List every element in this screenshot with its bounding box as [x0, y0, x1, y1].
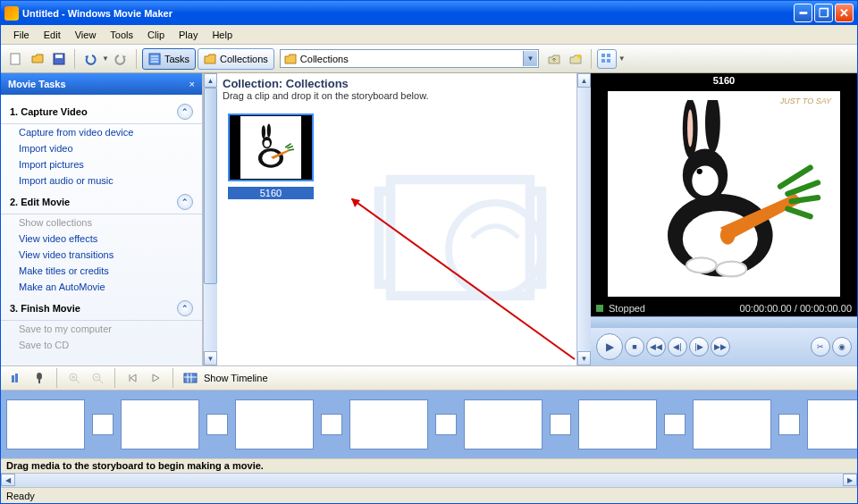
menu-clip[interactable]: Clip [140, 28, 172, 42]
split-button[interactable]: ✂ [811, 337, 830, 357]
storyboard-slot[interactable] [693, 399, 771, 449]
new-folder-button[interactable] [566, 49, 585, 69]
task-section-finish[interactable]: 3. Finish Movie ⌃ [1, 295, 202, 321]
scroll-down-icon[interactable]: ▼ [204, 351, 217, 365]
scroll-down-icon[interactable]: ▼ [577, 351, 591, 365]
storyboard-slot[interactable] [578, 399, 657, 449]
step-back-button[interactable]: ◀| [668, 337, 687, 357]
save-button[interactable] [49, 49, 69, 69]
storyboard-slot[interactable] [235, 399, 314, 449]
collections-toggle-label: Collections [220, 54, 268, 64]
zoom-out-button[interactable] [88, 368, 107, 388]
menu-edit[interactable]: Edit [37, 28, 68, 42]
storyboard-slot[interactable] [121, 399, 199, 449]
up-folder-button[interactable] [544, 49, 564, 69]
scroll-up-icon[interactable]: ▲ [577, 73, 591, 88]
transition-slot[interactable] [664, 414, 686, 435]
storyboard-slot[interactable] [807, 399, 857, 449]
audio-level-button[interactable] [6, 368, 26, 388]
step-fwd-button[interactable]: |▶ [689, 337, 709, 357]
task-section-capture[interactable]: 1. Capture Video ⌃ [1, 98, 202, 124]
prev-button[interactable]: ◀◀ [646, 337, 666, 357]
task-titles-credits[interactable]: Make titles or credits [1, 263, 202, 279]
svg-point-33 [37, 373, 42, 380]
undo-dropdown[interactable]: ▼ [102, 55, 109, 63]
scroll-track[interactable] [204, 284, 217, 351]
task-section-edit[interactable]: 2. Edit Movie ⌃ [1, 189, 202, 214]
clip-thumbnail[interactable] [228, 113, 314, 181]
tasks-pane-close-icon[interactable]: × [189, 79, 195, 89]
collapse-icon[interactable]: ⌃ [177, 194, 193, 210]
task-import-pictures[interactable]: Import pictures [1, 156, 202, 172]
narrate-button[interactable] [29, 368, 49, 388]
clip-label[interactable]: 5160 [228, 187, 314, 199]
menu-view[interactable]: View [68, 28, 104, 42]
task-import-video[interactable]: Import video [1, 140, 202, 156]
menu-help[interactable]: Help [205, 28, 240, 42]
transition-slot[interactable] [550, 414, 571, 435]
stop-button[interactable]: ■ [625, 337, 644, 357]
menu-play[interactable]: Play [172, 28, 205, 42]
task-automovie[interactable]: Make an AutoMovie [1, 279, 202, 295]
storyboard-slot[interactable] [349, 399, 428, 449]
storyboard-h-scrollbar[interactable]: ◀ ▶ [1, 473, 857, 487]
task-section-label: 3. Finish Movie [10, 303, 80, 314]
next-button[interactable]: ▶▶ [711, 337, 730, 357]
transition-slot[interactable] [435, 414, 457, 435]
main-area: Movie Tasks × 1. Capture Video ⌃ Capture… [1, 73, 857, 365]
transition-slot[interactable] [206, 414, 228, 435]
view-mode-button[interactable] [597, 49, 617, 69]
storyboard-slot[interactable] [464, 399, 543, 449]
transition-slot[interactable] [321, 414, 342, 435]
svg-point-29 [686, 258, 717, 273]
collections-toggle[interactable]: Collections [198, 48, 274, 70]
new-project-button[interactable] [6, 49, 26, 69]
maximize-button[interactable]: ❐ [814, 4, 833, 22]
storyboard-strip[interactable] [1, 391, 857, 458]
collections-combo[interactable]: Collections ▼ [280, 49, 539, 68]
tasks-toggle[interactable]: Tasks [142, 48, 196, 70]
status-text: Ready [6, 491, 35, 501]
zoom-in-button[interactable] [64, 368, 84, 388]
scroll-thumb[interactable] [204, 88, 217, 284]
toolbar-separator [172, 368, 173, 388]
minimize-button[interactable]: ━ [794, 4, 812, 22]
play-button[interactable]: ▶ [596, 333, 623, 360]
scroll-track[interactable] [15, 474, 843, 487]
task-save-computer: Save to my computer [1, 321, 202, 337]
task-video-transitions[interactable]: View video transitions [1, 247, 202, 263]
storyboard-slot[interactable] [6, 399, 85, 449]
play-storyboard-button[interactable] [146, 368, 165, 388]
open-button[interactable] [28, 49, 47, 69]
collection-content[interactable]: Collection: Collections Drag a clip and … [217, 73, 576, 365]
rewind-button[interactable] [122, 368, 142, 388]
preview-status-text: Stopped [609, 303, 645, 314]
svg-point-15 [264, 140, 269, 147]
undo-button[interactable] [80, 49, 100, 69]
transition-slot[interactable] [778, 414, 800, 435]
view-mode-dropdown[interactable]: ▼ [618, 55, 626, 63]
svg-rect-43 [184, 374, 197, 382]
task-video-effects[interactable]: View video effects [1, 231, 202, 247]
transition-slot[interactable] [92, 414, 114, 435]
svg-rect-31 [12, 375, 14, 382]
collection-scrollbar[interactable]: ▲ ▼ [576, 73, 591, 365]
collapse-icon[interactable]: ⌃ [177, 300, 193, 316]
combo-arrow-icon[interactable]: ▼ [523, 51, 537, 66]
menu-tools[interactable]: Tools [103, 28, 140, 42]
scroll-left-icon[interactable]: ◀ [1, 474, 15, 486]
scroll-up-icon[interactable]: ▲ [204, 73, 217, 88]
redo-button[interactable] [111, 49, 130, 69]
task-import-audio[interactable]: Import audio or music [1, 172, 202, 189]
scroll-track[interactable] [577, 88, 591, 351]
show-timeline-link[interactable]: Show Timeline [204, 373, 268, 383]
tasks-scrollbar[interactable]: ▲ ▼ [203, 73, 217, 365]
snapshot-button[interactable]: ◉ [832, 337, 852, 357]
scroll-right-icon[interactable]: ▶ [843, 474, 857, 486]
task-capture-device[interactable]: Capture from video device [1, 124, 202, 140]
menu-file[interactable]: File [6, 28, 37, 42]
close-button[interactable]: ✕ [835, 4, 854, 22]
collapse-icon[interactable]: ⌃ [177, 104, 193, 120]
statusbar: Ready [1, 487, 857, 503]
preview-seek-bar[interactable] [591, 316, 857, 328]
